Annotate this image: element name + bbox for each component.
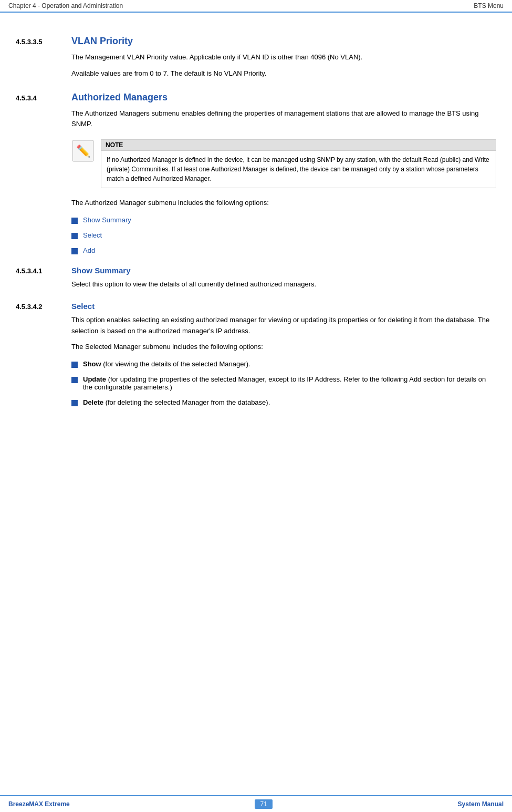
bullet-label-delete: Delete (for deleting the selected Manage…	[83, 398, 270, 406]
delete-rest: (for deleting the selected Manager from …	[103, 398, 270, 406]
section-45342: 4.5.3.4.2 Select	[16, 302, 496, 311]
show-bold: Show	[83, 360, 101, 368]
section-number-4535: 4.5.3.3.5	[16, 38, 63, 46]
note-body: If no Authorized Manager is defined in t…	[101, 151, 496, 188]
main-content: 4.5.3.3.5 VLAN Priority The Management V…	[0, 13, 512, 445]
bullet-square-delete	[71, 400, 78, 406]
bullet-add: Add	[71, 246, 496, 254]
auth-managers-para1: The Authorized Managers submenu enables …	[71, 108, 496, 130]
bullet-square-show	[71, 362, 78, 368]
footer-page-number: 71	[255, 799, 272, 809]
bullet-square-2	[71, 233, 78, 239]
note-pencil-icon: ✏️	[71, 139, 95, 162]
bullet-label-add[interactable]: Add	[83, 246, 95, 254]
update-bold: Update	[83, 375, 106, 383]
section-title-45341: Show Summary	[71, 266, 131, 275]
delete-bold: Delete	[83, 398, 103, 406]
header-bar: Chapter 4 - Operation and Administration…	[0, 0, 512, 13]
section-title-4535: VLAN Priority	[71, 36, 133, 47]
section-title-45342: Select	[71, 302, 95, 311]
show-rest: (for viewing the details of the selected…	[101, 360, 250, 368]
bullet-show-summary: Show Summary	[71, 216, 496, 224]
bullet-square-1	[71, 218, 78, 224]
section-number-45341: 4.5.3.4.1	[16, 267, 63, 275]
note-box: NOTE If no Authorized Manager is defined…	[101, 139, 496, 188]
section-title-4534: Authorized Managers	[71, 92, 168, 103]
bullet-label-show: Show (for viewing the details of the sel…	[83, 360, 250, 368]
footer-bar: BreezeMAX Extreme 71 System Manual	[0, 795, 512, 812]
section-number-45342: 4.5.3.4.2	[16, 303, 63, 311]
note-header: NOTE	[101, 140, 496, 151]
section-4534: 4.5.3.4 Authorized Managers	[16, 92, 496, 103]
vlan-priority-para1: The Management VLAN Priority value. Appl…	[71, 52, 496, 63]
header-left: Chapter 4 - Operation and Administration	[8, 2, 123, 9]
show-summary-para: Select this option to view the details o…	[71, 279, 496, 290]
note-icon: ✏️	[71, 139, 95, 162]
update-rest: (for updating the properties of the sele…	[83, 375, 486, 391]
footer-left: BreezeMAX Extreme	[8, 800, 70, 808]
note-container: ✏️ NOTE If no Authorized Manager is defi…	[71, 139, 496, 188]
auth-manager-intro: The Authorized Manager submenu includes …	[71, 198, 496, 209]
svg-text:✏️: ✏️	[76, 144, 91, 158]
header-right: BTS Menu	[474, 2, 504, 9]
section-45341: 4.5.3.4.1 Show Summary	[16, 266, 496, 275]
bullet-label-select[interactable]: Select	[83, 231, 102, 239]
bullet-label-update: Update (for updating the properties of t…	[83, 375, 496, 391]
bullet-square-3	[71, 248, 78, 254]
bullet-update: Update (for updating the properties of t…	[71, 375, 496, 391]
select-para2: The Selected Manager submenu includes th…	[71, 342, 496, 353]
bullet-show: Show (for viewing the details of the sel…	[71, 360, 496, 368]
bullet-label-show-summary[interactable]: Show Summary	[83, 216, 131, 224]
bullet-delete: Delete (for deleting the selected Manage…	[71, 398, 496, 406]
bullet-select: Select	[71, 231, 496, 239]
select-para1: This option enables selecting an existin…	[71, 315, 496, 337]
vlan-priority-para2: Available values are from 0 to 7. The de…	[71, 68, 496, 79]
section-number-4534: 4.5.3.4	[16, 94, 63, 102]
footer-right: System Manual	[458, 800, 504, 808]
bullet-square-update	[71, 377, 78, 383]
section-4535: 4.5.3.3.5 VLAN Priority	[16, 36, 496, 47]
